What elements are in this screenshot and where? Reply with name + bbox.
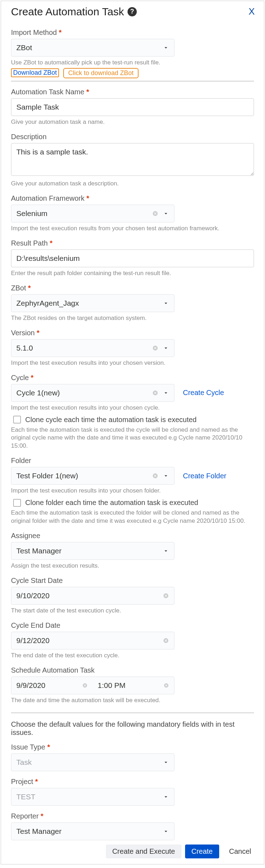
chevron-down-icon: [163, 345, 169, 351]
clone-cycle-label[interactable]: Clone cycle each time the automation tas…: [25, 416, 196, 424]
cycle-row: Cycle 1(new) Create Cycle: [11, 384, 254, 402]
schedule-time-input[interactable]: 1:00 PM: [93, 677, 174, 694]
project-value: TEST: [16, 793, 36, 801]
chevron-down-icon: [163, 300, 169, 306]
zbot-label: ZBot: [11, 284, 254, 292]
result-path-label: Result Path: [11, 239, 254, 247]
cycle-start-hint: The start date of the test execution cyc…: [11, 607, 254, 615]
schedule-row: 9/9/2020 1:00 PM: [11, 677, 174, 694]
chevron-down-icon: [163, 828, 169, 835]
schedule-time-value: 1:00 PM: [98, 681, 125, 690]
assignee-label: Assignee: [11, 532, 254, 540]
framework-select[interactable]: Selenium: [11, 205, 174, 222]
chevron-down-icon: [163, 759, 169, 766]
cycle-start-input[interactable]: 9/10/2020: [11, 587, 174, 605]
dialog-content: Import Method ZBot Use ZBot to automatic…: [1, 20, 264, 840]
issue-type-select[interactable]: Task: [11, 753, 174, 771]
schedule-date-input[interactable]: 9/9/2020: [11, 677, 93, 694]
chevron-down-icon: [163, 473, 169, 479]
clear-icon[interactable]: [152, 345, 158, 351]
clone-cycle-row: Clone cycle each time the automation tas…: [13, 416, 254, 424]
reporter-label: Reporter: [11, 812, 254, 820]
import-method-select[interactable]: ZBot: [11, 39, 174, 57]
version-icons: [152, 345, 169, 351]
section-divider: [11, 81, 254, 81]
folder-hint: Import the test execution results into y…: [11, 487, 254, 495]
cycle-end-input[interactable]: 9/12/2020: [11, 632, 174, 649]
chevron-down-icon: [163, 794, 169, 800]
assignee-hint: Assign the test execution results.: [11, 562, 254, 570]
cycle-hint: Import the test execution results into y…: [11, 404, 254, 412]
close-icon[interactable]: X: [244, 5, 259, 19]
create-and-execute-button[interactable]: Create and Execute: [106, 845, 182, 858]
zbot-hint: The ZBot resides on the target automatio…: [11, 314, 254, 322]
chevron-down-icon: [163, 210, 169, 217]
cycle-end-label: Cycle End Date: [11, 621, 254, 630]
schedule-label: Schedule Automation Task: [11, 666, 254, 674]
folder-label: Folder: [11, 457, 254, 465]
chevron-down-icon: [163, 548, 169, 554]
assignee-value: Test Manager: [16, 547, 61, 555]
clone-folder-label[interactable]: Clone folder each time the automation ta…: [25, 499, 198, 507]
create-cycle-link[interactable]: Create Cycle: [183, 389, 224, 397]
clear-icon[interactable]: [152, 210, 158, 217]
framework-hint: Import the test execution results from y…: [11, 225, 254, 233]
result-path-hint: Enter the result path folder containing …: [11, 269, 254, 278]
create-folder-link[interactable]: Create Folder: [183, 472, 226, 480]
description-textarea[interactable]: [11, 143, 254, 176]
cycle-value: Cycle 1(new): [16, 389, 60, 397]
description-label: Description: [11, 133, 254, 141]
folder-row: Test Folder 1(new) Create Folder: [11, 467, 254, 485]
cycle-icons: [152, 390, 169, 396]
cycle-label: Cycle: [11, 374, 254, 382]
result-path-input[interactable]: [11, 249, 254, 267]
schedule-hint: The date and time the automation task wi…: [11, 696, 254, 705]
cycle-select[interactable]: Cycle 1(new): [11, 384, 174, 402]
assignee-select[interactable]: Test Manager: [11, 542, 174, 560]
task-name-hint: Give your automation task a name.: [11, 118, 254, 126]
clear-icon[interactable]: [152, 473, 158, 479]
version-hint: Import the test execution results into y…: [11, 359, 254, 367]
issue-type-value: Task: [16, 758, 32, 767]
chevron-down-icon: [163, 390, 169, 396]
version-value: 5.1.0: [16, 344, 33, 352]
folder-value: Test Folder 1(new): [16, 472, 78, 480]
download-zbot-callout: Click to download ZBot: [63, 68, 139, 78]
clone-folder-row: Clone folder each time the automation ta…: [13, 499, 254, 507]
framework-value: Selenium: [16, 209, 48, 218]
import-method-hint: Use ZBot to automatically pick up the te…: [11, 59, 254, 67]
download-zbot-link[interactable]: Download ZBot: [11, 68, 59, 77]
task-name-input[interactable]: [11, 98, 254, 116]
clear-icon[interactable]: [163, 593, 169, 599]
create-automation-task-dialog: Create Automation Task ? X Import Method…: [1, 1, 264, 864]
clear-icon[interactable]: [82, 683, 88, 688]
framework-icons: [152, 210, 169, 217]
clear-icon[interactable]: [163, 683, 169, 688]
dialog-header: Create Automation Task ? X: [1, 1, 264, 20]
clone-cycle-checkbox[interactable]: [13, 416, 21, 424]
dialog-title-wrap: Create Automation Task ?: [11, 6, 137, 18]
project-select[interactable]: TEST: [11, 788, 174, 806]
clone-folder-hint: Each time the automation task is execute…: [11, 509, 254, 525]
project-label: Project: [11, 778, 254, 786]
folder-icons: [152, 473, 169, 479]
clear-icon[interactable]: [163, 637, 169, 644]
folder-select[interactable]: Test Folder 1(new): [11, 467, 174, 485]
cycle-end-value: 9/12/2020: [16, 636, 49, 645]
zbot-select[interactable]: ZephyrAgent_Jagx: [11, 294, 174, 312]
clone-cycle-hint: Each time the automation task is execute…: [11, 426, 254, 451]
reporter-select[interactable]: Test Manager: [11, 822, 174, 840]
cycle-start-label: Cycle Start Date: [11, 577, 254, 585]
help-icon[interactable]: ?: [128, 7, 137, 16]
cancel-button[interactable]: Cancel: [223, 845, 258, 858]
cycle-start-value: 9/10/2020: [16, 591, 49, 600]
version-label: Version: [11, 329, 254, 337]
clone-folder-checkbox[interactable]: [13, 499, 21, 507]
description-hint: Give your automation task a description.: [11, 180, 254, 188]
import-method-label: Import Method: [11, 28, 254, 37]
dialog-footer: Create and Execute Create Cancel: [1, 840, 264, 860]
clear-icon[interactable]: [152, 390, 158, 396]
import-method-value: ZBot: [16, 43, 32, 52]
create-button[interactable]: Create: [185, 845, 219, 858]
version-select[interactable]: 5.1.0: [11, 339, 174, 357]
